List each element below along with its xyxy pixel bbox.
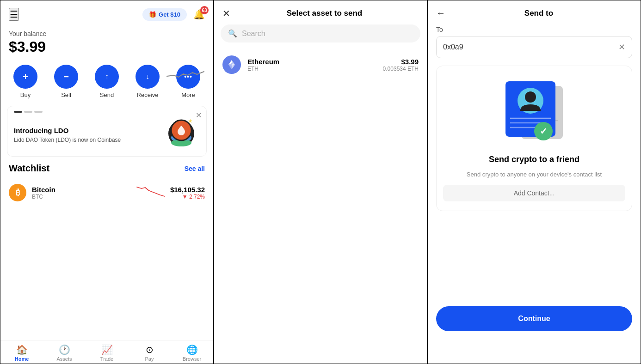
right-header: ← Send to	[428, 0, 641, 24]
watchlist-title: Watchlist	[9, 163, 49, 174]
friend-card-title: Send crypto to a friend	[489, 155, 579, 164]
home-icon: 🏠	[16, 344, 28, 355]
send-icon: ↑	[95, 65, 119, 89]
notifications-button[interactable]: 🔔 63	[193, 9, 205, 20]
send-button[interactable]: ↑ Send	[95, 65, 119, 98]
nav-trade[interactable]: 📈 Trade	[86, 344, 128, 362]
nav-pay[interactable]: ⊙ Pay	[128, 344, 171, 362]
nav-pay-label: Pay	[145, 356, 154, 362]
sell-button[interactable]: − Sell	[54, 65, 78, 98]
bottom-nav: 🏠 Home 🕐 Assets 📈 Trade ⊙ Pay 🌐 Browser	[0, 340, 213, 364]
dot-2	[24, 111, 32, 113]
btc-chart	[137, 185, 165, 200]
friend-card: ✓ Send crypto to a friend Send crypto to…	[436, 66, 632, 211]
sell-icon: −	[54, 65, 78, 89]
pay-icon: ⊙	[146, 344, 154, 355]
receive-icon: ↓	[136, 65, 160, 89]
mid-header: ✕ Select asset to send	[214, 0, 427, 24]
promo-close-button[interactable]: ✕	[196, 111, 202, 120]
mid-panel: ✕ Select asset to send 🔍 Ethereum ETH $3…	[214, 0, 427, 364]
menu-button[interactable]: ☰	[9, 8, 19, 21]
nav-trade-label: Trade	[100, 356, 113, 362]
left-header: ☰ 🎁 Get $10 🔔 63	[0, 0, 213, 25]
search-input[interactable]	[242, 30, 413, 38]
notification-badge: 63	[200, 6, 209, 14]
trade-icon: 📈	[101, 344, 113, 355]
see-all-link[interactable]: See all	[185, 165, 205, 172]
close-button[interactable]: ✕	[222, 8, 230, 19]
promo-card: ✕ Introducing LDO Lido DAO Token (LDO) i…	[7, 106, 207, 157]
eth-info: Ethereum ETH	[247, 58, 376, 72]
promo-text: Introducing LDO Lido DAO Token (LDO) is …	[14, 127, 121, 144]
dot-1	[14, 111, 22, 113]
watchlist-section: Watchlist See all ₿ Bitcoin BTC $16,105.…	[0, 163, 213, 206]
eth-ticker: ETH	[247, 66, 376, 72]
friend-card-desc: Send crypto to anyone on your device's c…	[467, 170, 602, 179]
header-right: 🎁 Get $10 🔔 63	[142, 8, 205, 21]
search-icon: 🔍	[228, 29, 237, 38]
gift-icon: 🎁	[149, 11, 156, 18]
btc-info: Bitcoin BTC	[32, 186, 131, 200]
back-button[interactable]: ←	[436, 8, 445, 18]
promo-dots	[14, 111, 43, 113]
nav-assets-label: Assets	[56, 356, 72, 362]
promo-desc: Lido DAO Token (LDO) is now on Coinbase	[14, 136, 121, 144]
mid-title: Select asset to send	[230, 9, 419, 18]
btc-ticker: BTC	[32, 194, 131, 200]
svg-point-21	[525, 91, 536, 103]
to-address-input[interactable]	[443, 43, 615, 51]
buy-icon: +	[13, 65, 37, 89]
nav-home-label: Home	[15, 356, 29, 362]
receive-button[interactable]: ↓ Receive	[136, 65, 160, 98]
left-panel: ☰ 🎁 Get $10 🔔 63 Your balance $3.99 + Bu…	[0, 0, 214, 364]
clear-input-button[interactable]: ✕	[618, 42, 625, 52]
btc-name: Bitcoin	[32, 186, 131, 194]
eth-icon	[222, 55, 241, 74]
balance-section: Your balance $3.99	[0, 25, 213, 63]
svg-text:★: ★	[188, 118, 193, 124]
right-title: Send to	[445, 9, 632, 18]
balance-chart	[167, 67, 204, 85]
nav-assets[interactable]: 🕐 Assets	[43, 344, 86, 362]
nav-browser-label: Browser	[183, 356, 201, 362]
balance-label: Your balance	[9, 30, 205, 37]
btc-price-area: $16,105.32 ▼ 2.72%	[170, 186, 205, 200]
right-panel: ← Send to To ✕	[427, 0, 641, 364]
eth-name: Ethereum	[247, 58, 376, 66]
add-contact-hint: Add Contact...	[443, 185, 625, 201]
balance-amount: $3.99	[9, 38, 205, 55]
btc-price: $16,105.32	[170, 186, 205, 194]
eth-amount: 0.003534 ETH	[383, 66, 419, 72]
browser-icon: 🌐	[186, 344, 198, 355]
promo-title: Introducing LDO	[14, 127, 121, 134]
assets-icon: 🕐	[59, 344, 70, 355]
svg-text:✓: ✓	[540, 126, 548, 136]
btc-row[interactable]: ₿ Bitcoin BTC $16,105.32 ▼ 2.72%	[9, 179, 205, 206]
to-input-wrap[interactable]: ✕	[436, 36, 632, 58]
continue-button[interactable]: Continue	[436, 306, 632, 331]
buy-button[interactable]: + Buy	[13, 65, 37, 98]
get-money-button[interactable]: 🎁 Get $10	[142, 8, 187, 21]
eth-price: $3.99	[383, 58, 419, 66]
search-bar[interactable]: 🔍	[221, 24, 420, 42]
watchlist-header: Watchlist See all	[9, 163, 205, 174]
ldo-illustration: ★	[163, 113, 200, 150]
btc-icon: ₿	[9, 184, 26, 201]
nav-home[interactable]: 🏠 Home	[0, 344, 43, 362]
eth-row[interactable]: Ethereum ETH $3.99 0.003534 ETH	[214, 50, 427, 79]
dot-3	[34, 111, 43, 113]
btc-change: ▼ 2.72%	[170, 194, 205, 200]
eth-price-area: $3.99 0.003534 ETH	[383, 58, 419, 72]
to-label: To	[428, 24, 641, 36]
nav-browser[interactable]: 🌐 Browser	[171, 344, 213, 362]
friend-illustration: ✓	[497, 75, 571, 149]
